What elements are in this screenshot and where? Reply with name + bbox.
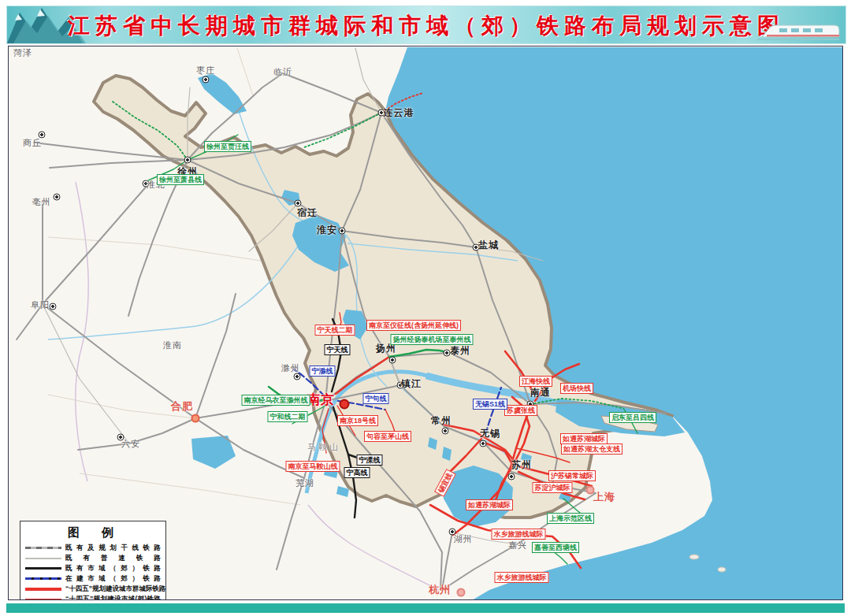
legend-row: 既有普速铁路 (25, 553, 161, 563)
legend-label: 在建市域（郊）铁路 (65, 574, 161, 584)
railway-合蚌线 (195, 294, 236, 418)
legend-label: 既有市域（郊）铁路 (65, 564, 161, 573)
legend-row: 既有及规划干线铁路 (25, 543, 161, 553)
bottom-bar (6, 603, 845, 613)
railway-陇海线西段 (50, 160, 188, 168)
railway-京沪线徐蚌段 (128, 160, 188, 316)
legend-swatch-black (25, 567, 61, 570)
railway-湖杭线 (442, 533, 452, 590)
legend-label: “十四五”规划建设市域(郊)铁路 (65, 595, 161, 601)
railway-湖嘉线 (452, 533, 517, 544)
legend-label: 既有普速铁路 (65, 554, 161, 563)
railway-阜合线 (43, 304, 195, 418)
legend-row: “十四五”规划建设市域(郊)铁路 (25, 594, 161, 600)
railway-合六线 (78, 418, 195, 450)
map-canvas: 菏泽商丘枣庄临沂淮北亳州阜阳淮南滁州合肥六安马鞍山芜湖湖州嘉兴杭州上海徐州连云港… (8, 46, 843, 600)
legend-swatch-blue (25, 577, 61, 580)
railway-嘉善至西塘线 (553, 551, 567, 564)
legend-row: 既有市域（郊）铁路 (25, 563, 161, 573)
legend-label: “十四五”规划建设城市群城际铁路 (65, 584, 166, 594)
basemap (9, 46, 842, 599)
page-title: 江苏省中长期城市群城际和市域（郊）铁路布局规划示意图 (7, 11, 845, 41)
legend-row: “十四五”规划建设城市群城际铁路 (25, 584, 161, 594)
legend: 图 例 既有及规划干线铁路既有普速铁路既有市域（郊）铁路在建市域（郊）铁路“十四… (20, 521, 166, 600)
legend-row: 在建市域（郊）铁路 (25, 573, 161, 584)
legend-label: 既有及规划干线铁路 (65, 544, 161, 553)
railway-阜淮线 (43, 184, 148, 304)
legend-title: 图 例 (30, 525, 161, 540)
legend-swatch-normal (25, 558, 61, 559)
railway-阜阳西线 (17, 304, 43, 340)
title-banner: 江苏省中长期城市群城际和市域（郊）铁路布局规划示意图 (6, 6, 846, 44)
legend-swatch-trunk (25, 547, 61, 549)
page: 江苏省中长期城市群城际和市域（郊）铁路布局规划示意图 (0, 0, 851, 616)
train-icon (756, 21, 842, 42)
legend-rows: 既有及规划干线铁路既有普速铁路既有市域（郊）铁路在建市域（郊）铁路“十四五”规划… (25, 543, 161, 600)
legend-swatch-red-thin (25, 599, 61, 600)
legend-swatch-red-thick (25, 588, 61, 591)
railway-宁芜线 (277, 401, 325, 570)
